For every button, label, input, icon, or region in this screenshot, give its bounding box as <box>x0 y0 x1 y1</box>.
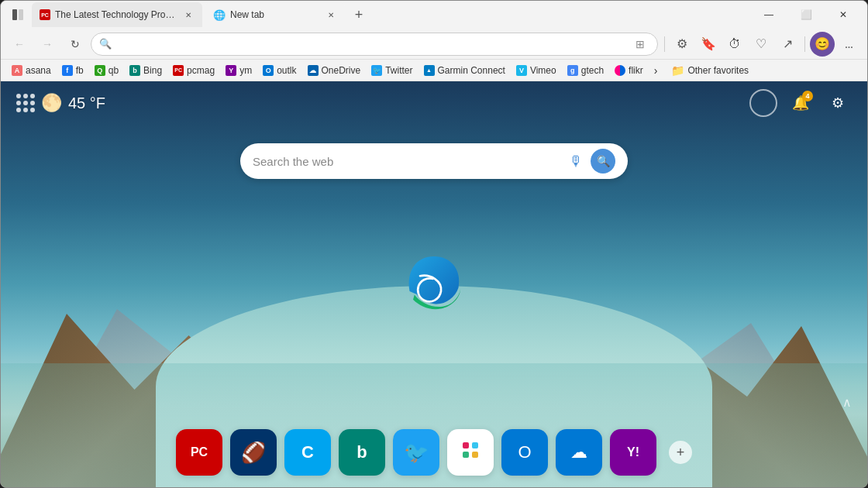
flikr-favicon <box>615 65 625 76</box>
dock-nfl[interactable]: 🏈 <box>230 429 277 476</box>
maximize-button[interactable]: ⬜ <box>788 2 824 27</box>
history-button[interactable]: ⏱ <box>722 32 747 57</box>
customize-button[interactable] <box>749 89 777 117</box>
scroll-up-button[interactable]: ∧ <box>842 395 852 410</box>
dot4 <box>16 101 21 105</box>
dock-pcmag[interactable]: PC <box>176 429 222 476</box>
refresh-button[interactable]: ↻ <box>63 32 88 57</box>
search-icon: 🔍 <box>99 38 112 50</box>
dot7 <box>16 108 21 112</box>
qb-favicon: Q <box>95 65 105 76</box>
folder-icon: 📁 <box>671 64 684 77</box>
top-right-controls: 🔔 4 ⚙ <box>749 89 852 117</box>
svg-rect-4 <box>463 452 469 458</box>
fav-asana[interactable]: A asana <box>7 62 56 79</box>
dot8 <box>23 108 28 112</box>
split-screen-icon[interactable]: ⊞ <box>631 35 649 53</box>
bing-favicon: b <box>129 65 140 76</box>
dot2 <box>23 94 28 98</box>
sidebar-toggle[interactable] <box>7 4 29 26</box>
fav-vimeo[interactable]: V Vimeo <box>512 62 561 79</box>
dock-slack[interactable] <box>447 429 494 476</box>
search-placeholder-text: Search the web <box>253 155 561 168</box>
back-button[interactable]: ← <box>7 32 32 57</box>
search-submit-icon: 🔍 <box>597 155 610 167</box>
fav-pcmag[interactable]: PC pcmag <box>168 62 219 79</box>
dock-bing-icon: b <box>356 442 367 462</box>
svg-rect-2 <box>463 442 469 448</box>
dock-slack-icon <box>458 438 483 467</box>
dot3 <box>30 94 35 98</box>
dock-bing[interactable]: b <box>339 429 385 476</box>
address-right: ⊞ <box>631 35 649 53</box>
address-bar[interactable]: 🔍 ⊞ <box>91 33 658 56</box>
minimize-button[interactable]: — <box>751 2 787 27</box>
new-tab-button[interactable]: + <box>348 4 370 26</box>
fav-more[interactable]: › <box>649 62 663 79</box>
fav-asana-label: asana <box>26 65 51 76</box>
dock-onedrive[interactable]: ☁ <box>556 429 602 476</box>
tab1-favicon: PC <box>40 9 50 20</box>
fav-twitter[interactable]: 🐦 Twitter <box>367 62 417 79</box>
dock-yahoo-icon: Y! <box>627 445 639 459</box>
fav-bing-label: Bing <box>143 65 162 76</box>
fav-fb[interactable]: f fb <box>57 62 88 79</box>
edge-logo <box>399 249 469 319</box>
dock-yahoo[interactable]: Y! <box>610 429 656 476</box>
fav-ym[interactable]: Y ym <box>221 62 257 79</box>
dock-add-button[interactable]: + <box>669 441 692 464</box>
dot6 <box>30 101 35 105</box>
dock-nfl-icon: 🏈 <box>241 441 266 465</box>
fav-onedrive-label: OneDrive <box>322 65 361 76</box>
gtech-favicon: g <box>567 65 578 76</box>
tab2-close[interactable]: ✕ <box>325 9 337 21</box>
fav-outlook[interactable]: O outlk <box>258 62 301 79</box>
apps-grid[interactable] <box>16 94 35 112</box>
nav-separator <box>664 36 665 52</box>
onedrive-favicon: ☁ <box>308 65 319 76</box>
dock-ccleaner-icon: C <box>301 442 314 462</box>
fav-twitter-label: Twitter <box>385 65 412 76</box>
dock-twitter-icon: 🐦 <box>404 441 429 465</box>
garmin-favicon: ▲ <box>424 65 435 76</box>
fav-garmin[interactable]: ▲ Garmin Connect <box>419 62 510 79</box>
collections-button[interactable]: ♡ <box>749 32 773 57</box>
nav-right-buttons: ⚙ 🔖 ⏱ ♡ ↗ 😊 ... <box>661 32 861 57</box>
other-favorites[interactable]: 📁 Other favorites <box>666 64 753 77</box>
tab1-title: The Latest Technology Product R... <box>55 9 177 20</box>
more-button[interactable]: ... <box>836 32 861 57</box>
notifications-button[interactable]: 🔔 4 <box>787 89 815 117</box>
fav-flikr[interactable]: flikr <box>610 62 648 79</box>
outlook-favicon: O <box>263 65 274 76</box>
tab1-close[interactable]: ✕ <box>182 9 195 21</box>
fav-ym-label: ym <box>239 65 252 76</box>
dock-ccleaner[interactable]: C <box>284 429 331 476</box>
fav-onedrive[interactable]: ☁ OneDrive <box>303 62 366 79</box>
fav-flikr-label: flikr <box>629 65 643 76</box>
close-button[interactable]: ✕ <box>825 2 861 27</box>
microphone-icon[interactable]: 🎙 <box>569 153 583 170</box>
tab2-favicon: 🌐 <box>213 9 226 21</box>
twitter-favicon: 🐦 <box>371 65 382 76</box>
fav-qb[interactable]: Q qb <box>90 62 123 79</box>
fav-pcmag-label: pcmag <box>187 65 215 76</box>
dock-twitter[interactable]: 🐦 <box>393 429 439 476</box>
share-button[interactable]: ↗ <box>775 32 800 57</box>
weather-section: 🌕 45 °F <box>16 93 105 113</box>
search-submit-button[interactable]: 🔍 <box>591 149 615 174</box>
forward-button[interactable]: → <box>35 32 60 57</box>
search-bar[interactable]: Search the web 🎙 🔍 <box>240 143 628 179</box>
fav-gtech[interactable]: g gtech <box>563 62 608 79</box>
fav-bing[interactable]: b Bing <box>125 62 167 79</box>
nav-separator2 <box>804 36 805 52</box>
favorites-button[interactable]: 🔖 <box>696 32 721 57</box>
tab-pcmag[interactable]: PC The Latest Technology Product R... ✕ <box>32 2 202 27</box>
dock-outlook[interactable]: O <box>501 429 548 476</box>
extensions-button[interactable]: ⚙ <box>670 32 694 57</box>
address-input[interactable] <box>116 38 626 50</box>
tab-newtab[interactable]: 🌐 New tab ✕ <box>205 2 345 27</box>
other-favorites-label: Other favorites <box>687 65 749 76</box>
fb-favicon: f <box>62 65 73 76</box>
page-settings-button[interactable]: ⚙ <box>824 89 852 117</box>
profile-button[interactable]: 😊 <box>810 32 835 57</box>
